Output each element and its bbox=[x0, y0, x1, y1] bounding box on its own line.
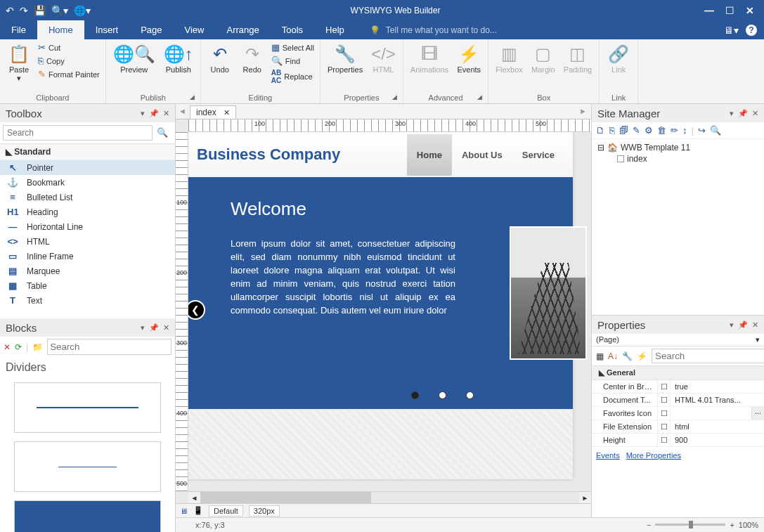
prop-bolt-icon[interactable]: ⚡ bbox=[637, 351, 647, 361]
menu-view[interactable]: View bbox=[174, 20, 216, 39]
minimize-button[interactable]: — bbox=[704, 5, 714, 16]
properties-search-input[interactable] bbox=[652, 349, 764, 363]
dropdown-icon[interactable]: ▾ bbox=[756, 335, 760, 344]
breakpoint-width[interactable]: 320px bbox=[249, 505, 280, 517]
maximize-button[interactable]: ☐ bbox=[725, 5, 734, 16]
tab-nav-left[interactable]: ◄ bbox=[179, 107, 186, 115]
carousel-dot-3[interactable] bbox=[466, 391, 474, 399]
help-icon[interactable]: ? bbox=[746, 25, 757, 36]
properties-events-link[interactable]: Events bbox=[596, 451, 620, 460]
panel-pin-icon[interactable]: 📌 bbox=[738, 320, 748, 330]
select-all-button[interactable]: ▦Select All bbox=[270, 41, 316, 53]
advanced-launcher[interactable]: ◢ bbox=[477, 93, 482, 100]
prop-wrench-icon[interactable]: 🔧 bbox=[622, 351, 633, 361]
tell-me-search[interactable]: 💡 Tell me what you want to do... bbox=[370, 20, 497, 39]
prop-alpha-icon[interactable]: A↓ bbox=[608, 351, 618, 361]
scroll-right-button[interactable]: ► bbox=[579, 492, 591, 503]
properties-more-link[interactable]: More Properties bbox=[626, 451, 681, 460]
sm-clone-icon[interactable]: 🗐 bbox=[619, 125, 628, 136]
undo-icon[interactable]: ↶ bbox=[6, 5, 14, 16]
events-button[interactable]: ⚡Events bbox=[454, 41, 484, 75]
toolbox-item-html[interactable]: <>HTML bbox=[0, 234, 175, 249]
page-nav-service[interactable]: Service bbox=[512, 134, 564, 176]
properties-target[interactable]: (Page) bbox=[596, 335, 756, 344]
zoom-in-button[interactable]: + bbox=[730, 521, 734, 529]
property-row[interactable]: Favorites Icon☐... bbox=[592, 407, 764, 420]
blocks-folder-icon[interactable]: 📁 bbox=[32, 342, 43, 352]
property-row[interactable]: Document T...☐HTML 4.01 Trans... bbox=[592, 394, 764, 407]
toolbox-item-bookmark[interactable]: ⚓Bookmark bbox=[0, 175, 175, 190]
redo-icon[interactable]: ↷ bbox=[20, 5, 28, 16]
paste-button[interactable]: 📋 Paste▾ bbox=[4, 41, 34, 84]
toolbox-item-inline-frame[interactable]: ▭Inline Frame bbox=[0, 249, 175, 264]
find-button[interactable]: 🔍Find bbox=[270, 55, 316, 67]
sm-move-icon[interactable]: ↕ bbox=[682, 125, 687, 136]
undo-button[interactable]: ↶Undo bbox=[205, 41, 235, 75]
zoom-out-button[interactable]: − bbox=[647, 521, 651, 529]
scroll-left-button[interactable]: ◄ bbox=[188, 492, 200, 503]
menu-home[interactable]: Home bbox=[37, 20, 84, 39]
blocks-search-input[interactable] bbox=[47, 339, 171, 355]
padding-button[interactable]: ◫Padding bbox=[561, 41, 595, 75]
block-divider-1[interactable] bbox=[14, 382, 161, 433]
toolbox-section-standard[interactable]: ◣ Standard bbox=[0, 144, 175, 160]
panel-pin-icon[interactable]: 📌 bbox=[149, 323, 159, 332]
page-nav-home[interactable]: Home bbox=[407, 134, 452, 176]
panel-dropdown-icon[interactable]: ▾ bbox=[730, 320, 734, 330]
blocks-delete-icon[interactable]: ✕ bbox=[4, 342, 11, 352]
menu-arrange[interactable]: Arrange bbox=[215, 20, 270, 39]
checkbox-icon[interactable] bbox=[617, 155, 624, 162]
menu-tools[interactable]: Tools bbox=[271, 20, 314, 39]
panel-close-icon[interactable]: ✕ bbox=[163, 109, 169, 118]
page-nav-about[interactable]: About Us bbox=[452, 134, 512, 176]
redo-button[interactable]: ↷Redo bbox=[238, 41, 267, 75]
toolbox-search-input[interactable] bbox=[3, 125, 153, 141]
property-row[interactable]: Center in Bro...☐true bbox=[592, 380, 764, 394]
preview-qat-icon[interactable]: 🔍▾ bbox=[51, 5, 68, 16]
panel-dropdown-icon[interactable]: ▾ bbox=[730, 109, 734, 118]
sm-delete-icon[interactable]: 🗑 bbox=[657, 125, 666, 136]
sm-copy-icon[interactable]: ⎘ bbox=[609, 125, 615, 136]
toolbox-item-bulleted-list[interactable]: ≡Bulleted List bbox=[0, 190, 175, 205]
panel-pin-icon[interactable]: 📌 bbox=[738, 109, 748, 118]
prop-categorized-icon[interactable]: ▦ bbox=[596, 351, 604, 361]
properties-launcher[interactable]: ◢ bbox=[392, 93, 397, 100]
copy-button[interactable]: ⎘Copy bbox=[37, 55, 101, 67]
tree-node-root[interactable]: ⊟ 🏠 WWB Template 11 bbox=[597, 142, 758, 153]
carousel-dot-1[interactable] bbox=[411, 391, 419, 399]
html-button[interactable]: </>HTML bbox=[368, 41, 399, 75]
sm-rename-icon[interactable]: ✏ bbox=[671, 125, 678, 136]
margin-button[interactable]: ▢Margin bbox=[529, 41, 558, 75]
block-divider-3[interactable] bbox=[14, 500, 161, 532]
format-painter-button[interactable]: ✎Format Painter bbox=[37, 68, 101, 80]
sm-export-icon[interactable]: ↪ bbox=[698, 125, 706, 136]
toolbox-item-marquee[interactable]: ▤Marquee bbox=[0, 264, 175, 278]
preview-button[interactable]: 🌐🔍Preview bbox=[110, 41, 158, 75]
properties-button[interactable]: 🔧Properties bbox=[325, 41, 365, 75]
replace-button[interactable]: ABACReplace bbox=[270, 68, 316, 85]
sm-new-icon[interactable]: 🗋 bbox=[596, 125, 605, 136]
publish-button[interactable]: 🌐↑Publish bbox=[161, 41, 196, 75]
sm-search-icon[interactable]: 🔍 bbox=[710, 125, 721, 136]
document-tab-index[interactable]: index ✕ bbox=[190, 105, 236, 119]
panel-close-icon[interactable]: ✕ bbox=[163, 323, 169, 332]
animations-button[interactable]: 🎞Animations bbox=[408, 41, 451, 75]
panel-dropdown-icon[interactable]: ▾ bbox=[141, 323, 145, 332]
link-button[interactable]: 🔗Link bbox=[604, 41, 633, 75]
panel-close-icon[interactable]: ✕ bbox=[752, 320, 758, 330]
save-icon[interactable]: 💾 bbox=[34, 5, 46, 16]
block-divider-2[interactable] bbox=[14, 441, 161, 492]
close-button[interactable]: ✕ bbox=[746, 5, 754, 16]
carousel-dot-2[interactable] bbox=[439, 391, 446, 399]
tree-node-index[interactable]: index bbox=[597, 153, 758, 164]
carousel-prev-button[interactable]: ❮ bbox=[188, 300, 205, 320]
tab-close-icon[interactable]: ✕ bbox=[224, 108, 230, 117]
toolbox-item-pointer[interactable]: ↖Pointer bbox=[0, 160, 175, 175]
toolbox-item-heading[interactable]: H1Heading bbox=[0, 205, 175, 219]
property-row[interactable]: Height☐900 bbox=[592, 434, 764, 447]
zoom-slider[interactable] bbox=[655, 524, 725, 526]
blocks-refresh-icon[interactable]: ⟳ bbox=[15, 342, 22, 352]
page-canvas[interactable]: Business Company Home About Us Service ❮… bbox=[188, 132, 573, 479]
menu-file[interactable]: File bbox=[0, 20, 37, 39]
horizontal-scrollbar[interactable]: ◄ ► bbox=[188, 491, 591, 503]
